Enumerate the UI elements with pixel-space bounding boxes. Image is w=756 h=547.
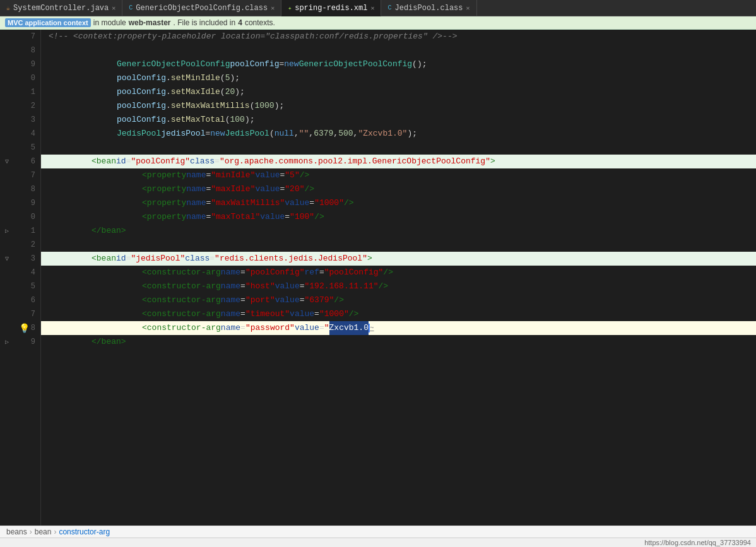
line-number: 7 [31,32,35,41]
code-line-26: < constructor-arg name = "port" value = … [41,293,756,307]
tab-jedispool[interactable]: C JedisPool.class ✕ [381,0,476,16]
line-number: 2 [31,240,35,249]
xml-bracket: < [142,266,147,279]
xml-bracket: </ [92,335,102,349]
fold-icon[interactable]: ▷ [5,338,9,346]
gutter-line-15: 5 [0,141,40,155]
module-name: web-master [129,18,171,27]
gutter-line-23: ▽ 3 [0,252,40,266]
xml-attr2: value [255,168,280,182]
java-keyword2: null [275,127,294,141]
xml-bracket2: /> [305,182,315,196]
line-number: 9 [31,199,35,208]
xml-tag: constructor-arg [147,279,221,293]
xml-value: "password" [245,321,295,335]
fold-icon[interactable]: ▽ [5,255,9,262]
line-number: 8 [31,46,35,55]
tab-close-2[interactable]: ✕ [370,4,374,12]
code-line-21: </ bean > [41,224,756,238]
tab-spring-redis[interactable]: ✦ spring-redis.xml ✕ [281,0,381,16]
java-method: setMaxIdle [171,85,220,99]
code-line-22 [41,238,756,252]
gutter-line-22: 2 [0,238,40,252]
tab-systemcontroller[interactable]: ☕ SystemController.java ✕ [0,0,122,16]
line-number: 8 [31,324,35,332]
xml-attr2: ref [305,266,319,279]
gutter-line-26: 6 [0,293,40,307]
tab-close-3[interactable]: ✕ [466,4,470,12]
breadcrumb-item-constructor-arg[interactable]: constructor-arg [59,527,110,536]
xml-tag: bean [102,224,121,238]
xml-value: "maxTotal" [211,210,260,224]
tab-genericobjectpoolconfig[interactable]: C GenericObjectPoolConfig.class ✕ [122,0,281,16]
gutter-line-20: 0 [0,210,40,224]
xml-value: "minIdle" [211,168,255,182]
xml-tag: bean [97,155,116,168]
gutter-line-13: 3 [0,113,40,127]
tab-bar: ☕ SystemController.java ✕ C GenericObjec… [0,0,756,16]
code-line-10: poolConfig . setMinIdle ( 5 ); [41,71,756,85]
tab-close-1[interactable]: ✕ [271,4,275,12]
gutter-line-27: 7 [0,307,40,321]
xml-bracket2: > [121,335,126,349]
gutter-line-28: 💡 8 [0,321,40,335]
xml-attr2: value [260,210,285,224]
tab-label: JedisPool.class [394,4,463,13]
java-keyword: new [284,57,298,71]
fold-icon[interactable]: ▷ [5,227,9,235]
xml-value2: "20" [285,182,304,196]
xml-value2: "1000" [314,196,344,210]
xml-attr2: class [185,252,210,266]
xml-value2: "5" [285,168,299,182]
code-line-24: < constructor-arg name = "poolConfig" re… [41,266,756,279]
java-method: setMinIdle [171,71,220,85]
gutter: 7 8 9 0 1 2 3 4 5 ▽ 6 7 8 9 0 ▷ 1 2 ▽ 3 … [0,30,41,526]
xml-attr2: value [275,293,300,307]
xml-bracket2: /> [334,293,344,307]
xml-attr2: value [290,307,314,321]
java-method: setMaxWaitMillis [171,99,250,113]
xml-value2: "poolConfig" [324,266,384,279]
xml-value2: "redis.clients.jedis.JedisPool" [215,252,367,266]
code-line-27: < constructor-arg name = "timeout" value… [41,307,756,321]
mvc-tag: MVC application context [5,18,91,27]
gutter-line-7: 7 [0,30,40,44]
java-icon: ☕ [6,4,10,12]
line-number: 0 [31,213,35,221]
line-number: 3 [31,254,35,263]
xml-attr: name [221,279,240,293]
breadcrumb-item-beans[interactable]: beans [6,527,27,536]
tab-close-0[interactable]: ✕ [112,4,115,12]
info-bar: MVC application context in module web-ma… [0,16,756,30]
java-number2: 500 [338,127,353,141]
line-number: 5 [31,143,35,152]
breadcrumb-item-bean[interactable]: bean [35,527,52,536]
java-var: poolConfig [117,71,166,85]
code-line-18: < property name = "maxIdle" value = "20"… [41,182,756,196]
xml-tag: bean [102,335,121,349]
code-comment: <!-- <context:property-placeholder locat… [49,30,458,44]
code-area[interactable]: <!-- <context:property-placeholder locat… [41,30,756,526]
line-number: 0 [31,74,35,83]
xml-bracket2: > [367,252,372,266]
xml-attr: name [186,196,206,210]
xml-bracket: < [142,182,147,196]
xml-value2: "100" [290,210,314,224]
xml-attr2: value [295,321,319,335]
xml-attr: name [186,210,206,224]
xml-bracket: < [142,168,147,182]
line-number: 9 [31,60,35,69]
tab-label: SystemController.java [13,4,109,13]
gutter-line-19: 9 [0,196,40,210]
xml-value2: " [324,321,329,335]
xml-bracket: < [142,321,147,335]
code-line-23: < bean id = "jedisPool" class = "redis.c… [41,252,756,266]
bulb-icon: 💡 [19,323,30,334]
fold-icon[interactable]: ▽ [5,158,9,165]
gutter-line-18: 8 [0,182,40,196]
xml-attr2: value [255,182,280,196]
java-number: 1000 [254,99,274,113]
selected-text: Zxcvb1.0 [329,321,369,335]
xml-value2: "org.apache.commons.pool2.impl.GenericOb… [220,155,490,168]
line-number: 9 [31,338,35,346]
